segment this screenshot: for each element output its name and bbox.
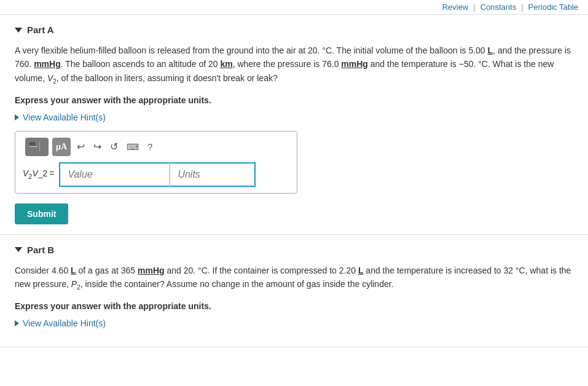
help-button[interactable]: ? xyxy=(145,140,155,153)
part-a-input-row: V2V_2 = xyxy=(23,162,289,187)
part-a-hint-label: View Available Hint(s) xyxy=(23,112,106,122)
periodic-table-link[interactable]: Periodic Table xyxy=(528,2,578,12)
units-input[interactable] xyxy=(170,162,256,187)
part-b-hint-arrow-icon xyxy=(15,320,19,326)
part-a-section: Part A A very flexible helium-filled bal… xyxy=(0,15,588,235)
redo-button[interactable]: ↪ xyxy=(91,140,104,154)
part-a-answer-container: μA ↩ ↪ ↺ ⌨ ? xyxy=(15,131,297,194)
sep1: | xyxy=(473,2,475,12)
submit-button[interactable]: Submit xyxy=(15,203,68,224)
reset-button[interactable]: ↺ xyxy=(108,140,120,154)
part-b-label: Part B xyxy=(27,245,54,255)
part-a-problem-text: A very flexible helium-filled balloon is… xyxy=(15,44,573,87)
part-a-header: Part A xyxy=(15,25,573,35)
undo-button[interactable]: ↩ xyxy=(74,140,87,154)
part-a-collapse-icon[interactable] xyxy=(15,28,22,33)
mu-button[interactable]: μA xyxy=(52,138,71,156)
top-nav-bar: Review | Constants | Periodic Table xyxy=(0,0,588,15)
part-b-problem-text: Consider 4.60 L of a gas at 365 mmHg and… xyxy=(15,264,573,293)
part-b-instruction: Express your answer with the appropriate… xyxy=(15,301,573,311)
part-b-hint-link[interactable]: View Available Hint(s) xyxy=(15,318,573,328)
fractions-button[interactable] xyxy=(25,138,49,156)
part-b-collapse-icon[interactable] xyxy=(15,247,22,252)
sep2: | xyxy=(521,2,523,12)
part-a-hint-link[interactable]: View Available Hint(s) xyxy=(15,112,573,122)
part-b-section: Part B Consider 4.60 L of a gas at 365 m… xyxy=(0,235,588,347)
variable-label: V2V_2 = xyxy=(23,168,54,180)
part-b-hint-label: View Available Hint(s) xyxy=(23,318,106,328)
part-b-header: Part B xyxy=(15,245,573,255)
hint-arrow-icon xyxy=(15,114,19,120)
constants-link[interactable]: Constants xyxy=(480,2,517,12)
part-a-label: Part A xyxy=(27,25,54,35)
part-a-toolbar: μA ↩ ↪ ↺ ⌨ ? xyxy=(23,138,289,156)
part-a-instruction: Express your answer with the appropriate… xyxy=(15,95,573,105)
value-input[interactable] xyxy=(59,162,170,187)
review-link[interactable]: Review xyxy=(442,2,469,12)
keyboard-button[interactable]: ⌨ xyxy=(124,141,141,153)
